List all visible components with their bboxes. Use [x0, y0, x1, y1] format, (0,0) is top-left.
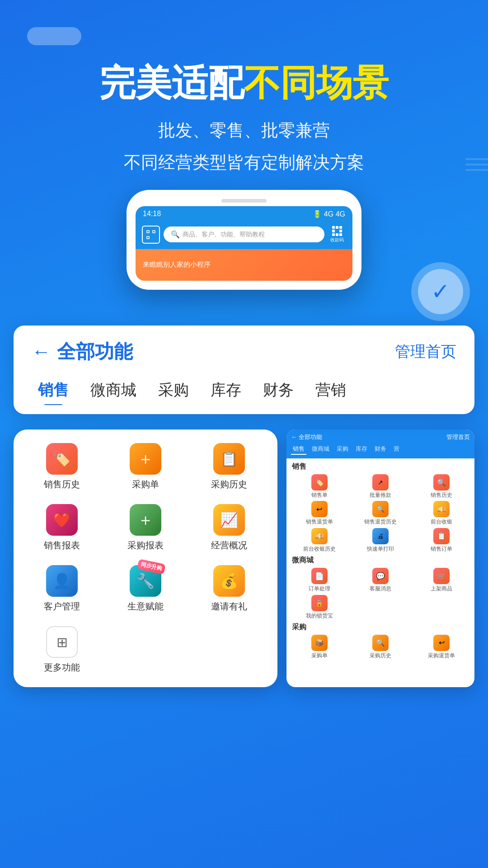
- mini-item-sales-return-hist[interactable]: 🔍 销售退货历史: [352, 501, 410, 525]
- tab-finance[interactable]: 财务: [252, 375, 305, 405]
- mini-tab-inventory[interactable]: 库存: [354, 444, 369, 455]
- more-functions-icon: ⊞: [46, 626, 78, 658]
- qr-icon[interactable]: 收款码: [328, 226, 346, 244]
- mini-sales-order-label: 销售单: [311, 492, 328, 498]
- mini-sales-return-hist-icon: 🔍: [372, 501, 389, 517]
- purchase-order-icon: ＋: [130, 443, 161, 475]
- panel-back[interactable]: ← 全部功能: [32, 339, 133, 364]
- feature-item-more[interactable]: ⊞ 更多功能: [23, 622, 102, 678]
- tab-sales[interactable]: 销售: [27, 375, 80, 405]
- phone-search-bar: 🔍 商品、客户、功能、帮助教程 收款码: [136, 222, 352, 249]
- tab-marketing[interactable]: 营销: [305, 375, 357, 405]
- mini-tab-purchase[interactable]: 采购: [335, 444, 350, 455]
- business-overview-icon: 📈: [213, 504, 245, 536]
- mini-purchase-grid: 📦 采购单 🔍 采购历史 ↩ 采购退货单: [290, 635, 471, 659]
- svg-rect-0: [147, 231, 149, 233]
- status-bar: [27, 27, 461, 45]
- feature-item-sales-history[interactable]: 🏷️ 销售历史: [23, 439, 102, 495]
- phone-banner: 来瞧瞧别人家的小程序: [136, 249, 352, 281]
- qr-label: 收款码: [330, 237, 344, 243]
- purchase-history-label: 采购历史: [211, 478, 247, 491]
- check-circle: ✓: [411, 262, 470, 321]
- panel-manage[interactable]: 管理首页: [395, 341, 456, 362]
- feature-item-invite[interactable]: 💰 邀请有礼: [190, 561, 269, 617]
- mini-sales-return-label: 销售退货单: [306, 519, 333, 525]
- customer-mgmt-label: 客户管理: [44, 600, 80, 613]
- mini-item-po-return[interactable]: ↩ 采购退货单: [413, 635, 471, 659]
- mini-sales-hist-label: 销售历史: [431, 492, 452, 498]
- mini-tab-micro[interactable]: 微商城: [310, 444, 331, 455]
- mini-order-process-label: 订单处理: [309, 585, 330, 592]
- mini-list-goods-label: 上架商品: [431, 585, 452, 592]
- mini-item-lock-treasure[interactable]: 🔒 我的锁货宝: [290, 595, 348, 619]
- mini-item-sales-order[interactable]: 🏷️ 销售单: [290, 474, 348, 498]
- back-arrow-icon: ←: [32, 341, 51, 363]
- mini-batch-push-label: 批量推款: [370, 492, 391, 498]
- mini-po-return-label: 采购退货单: [428, 652, 455, 659]
- mini-sales-sub-label: 销售订单: [431, 546, 452, 552]
- mini-sales-sub-icon: 📋: [433, 528, 450, 544]
- customer-mgmt-icon: 👤: [46, 565, 78, 597]
- biz-boost-icon-wrap: 🔧 同步升购: [130, 565, 161, 597]
- invite-label: 邀请有礼: [211, 600, 247, 613]
- mini-header: ← 全部功能 管理首页 销售 微商城 采购 库存 财务 营: [286, 429, 474, 458]
- mini-item-quick-print[interactable]: 🖨 快速单打印: [352, 528, 410, 552]
- mini-quick-print-label: 快速单打印: [367, 546, 394, 552]
- feature-item-biz-boost[interactable]: 🔧 同步升购 生意赋能: [106, 561, 185, 617]
- mini-order-process-icon: 📄: [311, 568, 328, 584]
- mini-sales-return-icon: ↩: [311, 501, 328, 517]
- mini-item-cashier[interactable]: 💴 前台收银: [413, 501, 471, 525]
- purchase-report-icon-wrap: ＋: [130, 504, 161, 536]
- purchase-order-icon-wrap: ＋: [130, 443, 161, 475]
- mini-header-top: ← 全部功能 管理首页: [291, 433, 470, 441]
- feature-item-business-overview[interactable]: 📈 经营概况: [190, 500, 269, 556]
- mini-item-batch-push[interactable]: ↗ 批量推款: [352, 474, 410, 498]
- mini-customer-msg-icon: 💬: [372, 568, 389, 584]
- business-overview-label: 经营概况: [211, 539, 247, 552]
- tab-purchase[interactable]: 采购: [147, 375, 200, 405]
- mini-customer-msg-label: 客服消息: [370, 585, 391, 592]
- mini-item-po-hist[interactable]: 🔍 采购历史: [352, 635, 410, 659]
- hero-title-yellow: 不同场景: [244, 63, 389, 103]
- mini-tabs: 销售 微商城 采购 库存 财务 营: [291, 444, 470, 455]
- mini-item-po[interactable]: 📦 采购单: [290, 635, 348, 659]
- phone-status-bar: 14:18 🔋 4G 4G: [136, 206, 352, 222]
- feature-item-purchase-order[interactable]: ＋ 采购单: [106, 439, 185, 495]
- purchase-report-label: 采购报表: [127, 539, 164, 552]
- business-overview-icon-wrap: 📈: [213, 504, 245, 536]
- scan-icon[interactable]: [142, 226, 160, 244]
- tab-inventory[interactable]: 库存: [200, 375, 252, 405]
- mini-item-sales-return[interactable]: ↩ 销售退货单: [290, 501, 348, 525]
- invite-icon-wrap: 💰: [213, 565, 245, 597]
- svg-rect-2: [147, 236, 149, 239]
- mini-item-sales-subscription[interactable]: 📋 销售订单: [413, 528, 471, 552]
- mini-list-goods-icon: 🛒: [433, 568, 450, 584]
- mini-item-order-process[interactable]: 📄 订单处理: [290, 568, 348, 592]
- feature-item-customer-mgmt[interactable]: 👤 客户管理: [23, 561, 102, 617]
- biz-boost-label: 生意赋能: [127, 600, 164, 613]
- feature-item-purchase-report[interactable]: ＋ 采购报表: [106, 500, 185, 556]
- mini-sales-order-icon: 🏷️: [311, 474, 328, 491]
- feature-item-purchase-history[interactable]: 📋 采购历史: [190, 439, 269, 495]
- svg-rect-1: [153, 231, 155, 233]
- mini-tab-sales[interactable]: 销售: [291, 444, 306, 455]
- mini-tab-finance[interactable]: 财务: [373, 444, 388, 455]
- mini-po-label: 采购单: [311, 652, 328, 659]
- mini-item-sales-hist[interactable]: 🔍 销售历史: [413, 474, 471, 498]
- mini-item-list-goods[interactable]: 🛒 上架商品: [413, 568, 471, 592]
- mini-item-customer-msg[interactable]: 💬 客服消息: [352, 568, 410, 592]
- mini-tab-marketing[interactable]: 营: [392, 444, 401, 455]
- mini-manage[interactable]: 管理首页: [446, 433, 470, 441]
- hero-title: 完美适配不同场景: [27, 63, 461, 103]
- mini-cashier-label: 前台收银: [431, 519, 452, 525]
- phone-banner-text: 来瞧瞧别人家的小程序: [143, 260, 211, 269]
- tab-micro-shop[interactable]: 微商城: [80, 375, 147, 405]
- mini-lock-treasure-icon: 🔒: [311, 595, 328, 611]
- camera-notch: [27, 27, 81, 45]
- mini-back[interactable]: ← 全部功能: [291, 433, 322, 441]
- feature-item-sales-report[interactable]: ❤️ 销售报表: [23, 500, 102, 556]
- search-input-mock[interactable]: 🔍 商品、客户、功能、帮助教程: [164, 226, 324, 242]
- search-placeholder: 商品、客户、功能、帮助教程: [183, 231, 265, 239]
- mini-item-cashier-hist[interactable]: 💴 前台收银历史: [290, 528, 348, 552]
- sales-report-icon-wrap: ❤️: [46, 504, 78, 536]
